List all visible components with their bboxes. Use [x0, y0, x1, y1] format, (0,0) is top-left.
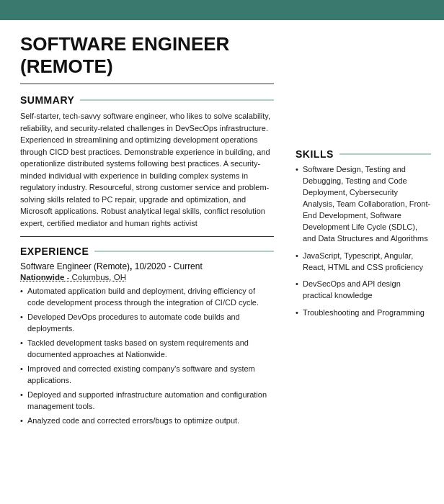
bullet-item: Tackled development tasks based on syste… — [20, 338, 274, 361]
job-bullets: Automated application build and deployme… — [20, 286, 274, 426]
skills-header-line — [339, 153, 431, 155]
job-title: Software Engineer (Remote), 10/2020 - Cu… — [20, 261, 274, 271]
skills-header: SKILLS — [296, 148, 431, 160]
skill-item: DevSecOps and API design practical knowl… — [296, 279, 431, 302]
summary-header-line — [80, 99, 274, 101]
bullet-item: Automated application build and deployme… — [20, 286, 274, 309]
experience-header: EXPERIENCE — [20, 246, 274, 257]
experience-header-line — [94, 251, 274, 252]
resume-title: SOFTWARE ENGINEER (REMOTE) — [20, 33, 274, 78]
bullet-item: Developed DevOps procedures to automate … — [20, 312, 274, 335]
summary-text: Self-starter, tech-savvy software engine… — [20, 110, 274, 229]
skills-list: Software Design, Testing and Debugging, … — [296, 164, 431, 319]
bullet-item: Deployed and supported infrastructure au… — [20, 390, 274, 413]
skill-item: Troubleshooting and Programming — [296, 307, 431, 319]
skills-section: SKILLS Software Design, Testing and Debu… — [296, 148, 431, 319]
company-line: Nationwide - Columbus, OH — [20, 273, 274, 282]
top-bar — [0, 0, 444, 20]
bullet-item: Analyzed code and corrected errors/bugs … — [20, 415, 274, 427]
skill-item: Software Design, Testing and Debugging, … — [296, 164, 431, 245]
skill-item: JavaScript, Typescript, Angular, React, … — [296, 251, 431, 274]
title-divider — [20, 84, 274, 84]
bullet-item: Improved and corrected existing company'… — [20, 364, 274, 387]
job-entry: Software Engineer (Remote), 10/2020 - Cu… — [20, 261, 274, 426]
summary-header: SUMMARY — [20, 94, 274, 106]
section-divider — [20, 236, 274, 237]
